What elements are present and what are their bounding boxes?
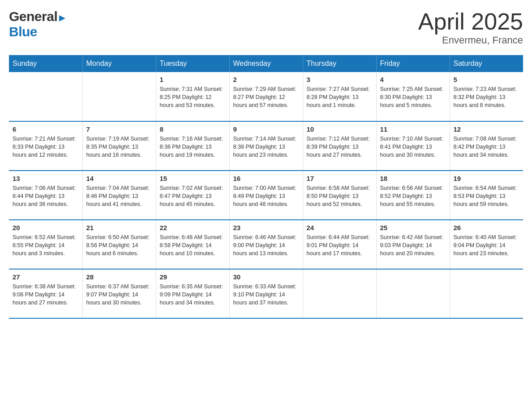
day-header-monday: Monday: [82, 55, 156, 72]
day-info: Sunrise: 7:02 AM Sunset: 8:47 PM Dayligh…: [160, 184, 226, 208]
calendar-cell: 13Sunrise: 7:06 AM Sunset: 8:44 PM Dayli…: [9, 171, 82, 220]
day-number: 9: [233, 125, 299, 133]
day-number: 1: [160, 76, 226, 83]
day-info: Sunrise: 6:44 AM Sunset: 9:01 PM Dayligh…: [307, 233, 373, 257]
day-number: 23: [233, 224, 299, 231]
calendar-cell: 5Sunrise: 7:23 AM Sunset: 8:32 PM Daylig…: [450, 72, 523, 121]
calendar-cell: 10Sunrise: 7:12 AM Sunset: 8:39 PM Dayli…: [303, 121, 376, 171]
logo-line2: Blue: [9, 24, 66, 39]
calendar-title: April 2025: [418, 9, 523, 34]
day-number: 2: [233, 76, 299, 83]
logo: General Blue: [9, 9, 66, 39]
day-number: 18: [380, 175, 446, 182]
day-info: Sunrise: 6:37 AM Sunset: 9:07 PM Dayligh…: [86, 283, 152, 307]
day-header-thursday: Thursday: [303, 55, 376, 72]
day-number: 6: [13, 125, 79, 133]
day-info: Sunrise: 7:19 AM Sunset: 8:35 PM Dayligh…: [86, 135, 152, 159]
calendar-cell: 16Sunrise: 7:00 AM Sunset: 8:49 PM Dayli…: [229, 171, 303, 220]
week-row-1: 1Sunrise: 7:31 AM Sunset: 8:25 PM Daylig…: [9, 72, 523, 121]
day-number: 11: [380, 125, 446, 133]
day-info: Sunrise: 7:06 AM Sunset: 8:44 PM Dayligh…: [13, 184, 79, 208]
day-info: Sunrise: 6:42 AM Sunset: 9:03 PM Dayligh…: [380, 233, 446, 257]
calendar-cell: 24Sunrise: 6:44 AM Sunset: 9:01 PM Dayli…: [303, 220, 376, 269]
title-block: April 2025 Envermeu, France: [418, 9, 523, 46]
calendar-cell: 6Sunrise: 7:21 AM Sunset: 8:33 PM Daylig…: [9, 121, 82, 171]
day-number: 8: [160, 125, 226, 133]
calendar-cell: [450, 269, 523, 318]
day-info: Sunrise: 7:04 AM Sunset: 8:46 PM Dayligh…: [86, 184, 152, 208]
calendar-cell: 20Sunrise: 6:52 AM Sunset: 8:55 PM Dayli…: [9, 220, 82, 269]
calendar-cell: 30Sunrise: 6:33 AM Sunset: 9:10 PM Dayli…: [229, 269, 303, 318]
calendar-cell: 21Sunrise: 6:50 AM Sunset: 8:56 PM Dayli…: [82, 220, 156, 269]
logo-general-text: General: [9, 9, 57, 24]
logo-arrow-icon: [58, 14, 66, 24]
day-header-saturday: Saturday: [450, 55, 523, 72]
calendar-cell: 3Sunrise: 7:27 AM Sunset: 8:28 PM Daylig…: [303, 72, 376, 121]
day-number: 7: [86, 125, 152, 133]
day-number: 10: [307, 125, 373, 133]
day-header-sunday: Sunday: [9, 55, 82, 72]
calendar-cell: 4Sunrise: 7:25 AM Sunset: 8:30 PM Daylig…: [376, 72, 450, 121]
calendar-cell: 19Sunrise: 6:54 AM Sunset: 8:53 PM Dayli…: [450, 171, 523, 220]
days-of-week-row: SundayMondayTuesdayWednesdayThursdayFrid…: [9, 55, 523, 72]
day-info: Sunrise: 7:21 AM Sunset: 8:33 PM Dayligh…: [13, 135, 79, 159]
calendar-cell: 22Sunrise: 6:48 AM Sunset: 8:58 PM Dayli…: [156, 220, 229, 269]
svg-marker-0: [59, 15, 65, 21]
calendar-header: SundayMondayTuesdayWednesdayThursdayFrid…: [9, 55, 523, 72]
calendar-cell: 15Sunrise: 7:02 AM Sunset: 8:47 PM Dayli…: [156, 171, 229, 220]
calendar-cell: [376, 269, 450, 318]
day-number: 15: [160, 175, 226, 182]
day-number: 24: [307, 224, 373, 231]
calendar-body: 1Sunrise: 7:31 AM Sunset: 8:25 PM Daylig…: [9, 72, 523, 318]
day-number: 17: [307, 175, 373, 182]
day-number: 21: [86, 224, 152, 231]
day-number: 5: [454, 76, 520, 83]
day-header-wednesday: Wednesday: [229, 55, 303, 72]
day-info: Sunrise: 6:52 AM Sunset: 8:55 PM Dayligh…: [13, 233, 79, 257]
day-number: 13: [13, 175, 79, 182]
day-number: 28: [86, 273, 152, 281]
day-number: 30: [233, 273, 299, 281]
day-info: Sunrise: 7:31 AM Sunset: 8:25 PM Dayligh…: [160, 85, 226, 109]
calendar-table: SundayMondayTuesdayWednesdayThursdayFrid…: [9, 55, 523, 319]
day-number: 19: [454, 175, 520, 182]
calendar-subtitle: Envermeu, France: [418, 34, 523, 46]
day-info: Sunrise: 6:50 AM Sunset: 8:56 PM Dayligh…: [86, 233, 152, 257]
day-number: 22: [160, 224, 226, 231]
week-row-2: 6Sunrise: 7:21 AM Sunset: 8:33 PM Daylig…: [9, 121, 523, 171]
day-info: Sunrise: 6:54 AM Sunset: 8:53 PM Dayligh…: [454, 184, 520, 208]
calendar-cell: 23Sunrise: 6:46 AM Sunset: 9:00 PM Dayli…: [229, 220, 303, 269]
day-number: 12: [454, 125, 520, 133]
day-info: Sunrise: 7:27 AM Sunset: 8:28 PM Dayligh…: [307, 85, 373, 109]
week-row-4: 20Sunrise: 6:52 AM Sunset: 8:55 PM Dayli…: [9, 220, 523, 269]
calendar-cell: 26Sunrise: 6:40 AM Sunset: 9:04 PM Dayli…: [450, 220, 523, 269]
day-number: 14: [86, 175, 152, 182]
day-info: Sunrise: 7:14 AM Sunset: 8:38 PM Dayligh…: [233, 135, 299, 159]
day-number: 20: [13, 224, 79, 231]
day-header-tuesday: Tuesday: [156, 55, 229, 72]
calendar-cell: 1Sunrise: 7:31 AM Sunset: 8:25 PM Daylig…: [156, 72, 229, 121]
calendar-cell: 12Sunrise: 7:08 AM Sunset: 8:42 PM Dayli…: [450, 121, 523, 171]
logo-blue-text: Blue: [9, 24, 37, 39]
day-info: Sunrise: 7:23 AM Sunset: 8:32 PM Dayligh…: [454, 85, 520, 109]
logo-line1: General: [9, 9, 66, 24]
day-number: 16: [233, 175, 299, 182]
day-info: Sunrise: 6:56 AM Sunset: 8:52 PM Dayligh…: [380, 184, 446, 208]
calendar-cell: [303, 269, 376, 318]
calendar-cell: 7Sunrise: 7:19 AM Sunset: 8:35 PM Daylig…: [82, 121, 156, 171]
calendar-cell: 25Sunrise: 6:42 AM Sunset: 9:03 PM Dayli…: [376, 220, 450, 269]
day-info: Sunrise: 7:16 AM Sunset: 8:36 PM Dayligh…: [160, 135, 226, 159]
day-info: Sunrise: 6:35 AM Sunset: 9:09 PM Dayligh…: [160, 283, 226, 307]
day-number: 29: [160, 273, 226, 281]
day-info: Sunrise: 6:46 AM Sunset: 9:00 PM Dayligh…: [233, 233, 299, 257]
calendar-cell: [82, 72, 156, 121]
calendar-cell: 14Sunrise: 7:04 AM Sunset: 8:46 PM Dayli…: [82, 171, 156, 220]
day-info: Sunrise: 6:33 AM Sunset: 9:10 PM Dayligh…: [233, 283, 299, 307]
day-info: Sunrise: 6:58 AM Sunset: 8:50 PM Dayligh…: [307, 184, 373, 208]
calendar-cell: [9, 72, 82, 121]
calendar-cell: 18Sunrise: 6:56 AM Sunset: 8:52 PM Dayli…: [376, 171, 450, 220]
day-info: Sunrise: 7:10 AM Sunset: 8:41 PM Dayligh…: [380, 135, 446, 159]
day-number: 25: [380, 224, 446, 231]
day-info: Sunrise: 6:40 AM Sunset: 9:04 PM Dayligh…: [454, 233, 520, 257]
day-number: 3: [307, 76, 373, 83]
